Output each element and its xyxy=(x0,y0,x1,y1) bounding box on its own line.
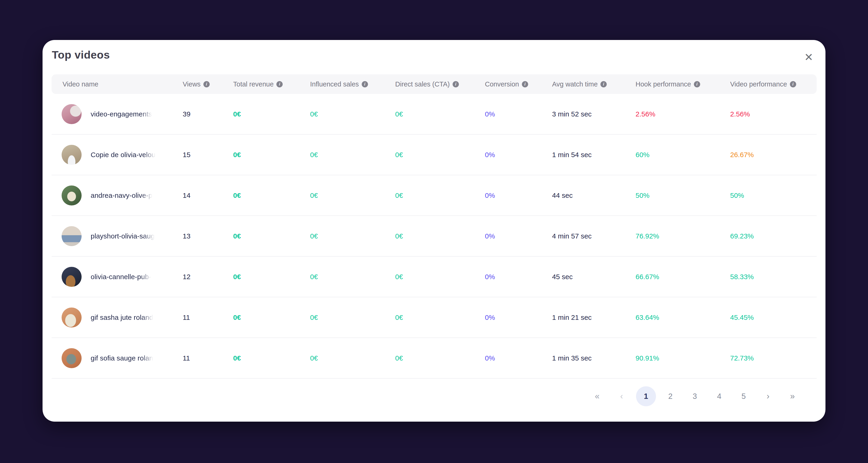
info-icon[interactable]: i xyxy=(453,81,459,87)
video-name-cell: andrea-navy-olive-p xyxy=(52,185,183,206)
info-icon[interactable]: i xyxy=(362,81,368,87)
views-cell: 13 xyxy=(183,232,233,240)
video-thumbnail xyxy=(62,348,82,368)
pagination-next-button[interactable]: › xyxy=(758,386,778,406)
video-performance-cell: 2.56% xyxy=(730,110,817,118)
video-name-cell: playshort-olivia-saug xyxy=(52,226,183,246)
views-cell: 11 xyxy=(183,354,233,362)
total-revenue-cell: 0€ xyxy=(233,232,310,240)
views-cell: 39 xyxy=(183,110,233,118)
direct-sales-cell: 0€ xyxy=(395,354,485,362)
avg-watch-time-cell: 3 min 52 sec xyxy=(552,110,636,118)
video-name-cell: video-engagements xyxy=(52,104,183,124)
column-header-avg-watch-time: Avg watch time i xyxy=(552,81,636,88)
avg-watch-time-cell: 1 min 35 sec xyxy=(552,354,636,362)
hook-performance-cell: 60% xyxy=(636,151,730,159)
views-cell: 11 xyxy=(183,313,233,321)
modal-title: Top videos xyxy=(52,48,110,61)
table-row[interactable]: olivia-cannelle-pub- 12 0€ 0€ 0€ 0% 45 s… xyxy=(52,256,817,297)
video-thumbnail xyxy=(62,308,82,328)
direct-sales-cell: 0€ xyxy=(395,151,485,159)
column-header-hook-performance: Hook performance i xyxy=(636,81,730,88)
video-performance-cell: 69.23% xyxy=(730,232,817,240)
column-label: Total revenue xyxy=(233,81,274,88)
total-revenue-cell: 0€ xyxy=(233,191,310,199)
pagination: « ‹ 1 2 3 4 5 › » xyxy=(587,386,802,406)
column-label: Hook performance xyxy=(636,81,691,88)
views-cell: 12 xyxy=(183,273,233,281)
pagination-page-4[interactable]: 4 xyxy=(709,386,729,406)
info-icon[interactable]: i xyxy=(276,81,283,87)
influenced-sales-cell: 0€ xyxy=(310,232,395,240)
column-label: Direct sales (CTA) xyxy=(395,81,450,88)
close-icon: ✕ xyxy=(804,51,813,63)
video-thumbnail xyxy=(62,267,82,287)
total-revenue-cell: 0€ xyxy=(233,354,310,362)
hook-performance-cell: 66.67% xyxy=(636,273,730,281)
video-performance-cell: 72.73% xyxy=(730,354,817,362)
column-label: Influenced sales xyxy=(310,81,359,88)
table-header-row: Video name Views i Total revenue i Influ… xyxy=(52,74,817,94)
influenced-sales-cell: 0€ xyxy=(310,151,395,159)
close-button[interactable]: ✕ xyxy=(801,50,816,65)
views-cell: 15 xyxy=(183,151,233,159)
hook-performance-cell: 50% xyxy=(636,191,730,199)
table-row[interactable]: gif sofia sauge rolan 11 0€ 0€ 0€ 0% 1 m… xyxy=(52,338,817,379)
total-revenue-cell: 0€ xyxy=(233,313,310,321)
table-row[interactable]: andrea-navy-olive-p 14 0€ 0€ 0€ 0% 44 se… xyxy=(52,175,817,216)
hook-performance-cell: 90.91% xyxy=(636,354,730,362)
conversion-cell: 0% xyxy=(485,110,552,118)
direct-sales-cell: 0€ xyxy=(395,232,485,240)
video-performance-cell: 50% xyxy=(730,191,817,199)
column-header-views: Views i xyxy=(183,81,233,88)
video-name: gif sofia sauge rolan xyxy=(91,354,153,362)
table-row[interactable]: playshort-olivia-saug 13 0€ 0€ 0€ 0% 4 m… xyxy=(52,216,817,256)
video-name: playshort-olivia-saug xyxy=(91,232,155,240)
video-name: olivia-cannelle-pub- xyxy=(91,273,151,281)
conversion-cell: 0% xyxy=(485,313,552,321)
conversion-cell: 0% xyxy=(485,354,552,362)
column-header-conversion: Conversion i xyxy=(485,81,552,88)
column-label: Conversion xyxy=(485,81,519,88)
column-label: Video performance xyxy=(730,81,787,88)
pagination-page-3[interactable]: 3 xyxy=(685,386,705,406)
influenced-sales-cell: 0€ xyxy=(310,110,395,118)
pagination-page-5[interactable]: 5 xyxy=(734,386,754,406)
conversion-cell: 0% xyxy=(485,232,552,240)
influenced-sales-cell: 0€ xyxy=(310,273,395,281)
video-thumbnail xyxy=(62,185,82,206)
video-thumbnail xyxy=(62,104,82,124)
info-icon[interactable]: i xyxy=(790,81,796,87)
column-label: Avg watch time xyxy=(552,81,598,88)
info-icon[interactable]: i xyxy=(204,81,210,87)
table-row[interactable]: gif sasha jute roland 11 0€ 0€ 0€ 0% 1 m… xyxy=(52,297,817,338)
video-thumbnail xyxy=(62,145,82,165)
video-name-cell: gif sofia sauge rolan xyxy=(52,348,183,368)
direct-sales-cell: 0€ xyxy=(395,313,485,321)
pagination-first-button[interactable]: « xyxy=(587,386,607,406)
info-icon[interactable]: i xyxy=(694,81,700,87)
conversion-cell: 0% xyxy=(485,151,552,159)
table-body: video-engagements 39 0€ 0€ 0€ 0% 3 min 5… xyxy=(52,94,817,379)
direct-sales-cell: 0€ xyxy=(395,110,485,118)
table-row[interactable]: video-engagements 39 0€ 0€ 0€ 0% 3 min 5… xyxy=(52,94,817,134)
column-header-direct-sales: Direct sales (CTA) i xyxy=(395,81,485,88)
video-name: video-engagements xyxy=(91,110,152,118)
pagination-page-1[interactable]: 1 xyxy=(636,386,656,406)
video-name-cell: gif sasha jute roland xyxy=(52,308,183,328)
conversion-cell: 0% xyxy=(485,191,552,199)
column-label: Views xyxy=(183,81,200,88)
pagination-last-button[interactable]: » xyxy=(782,386,802,406)
pagination-page-2[interactable]: 2 xyxy=(660,386,680,406)
info-icon[interactable]: i xyxy=(522,81,528,87)
table-row[interactable]: Copie de olivia-velou 15 0€ 0€ 0€ 0% 1 m… xyxy=(52,134,817,175)
influenced-sales-cell: 0€ xyxy=(310,354,395,362)
column-header-total-revenue: Total revenue i xyxy=(233,81,310,88)
video-performance-cell: 58.33% xyxy=(730,273,817,281)
total-revenue-cell: 0€ xyxy=(233,151,310,159)
pagination-prev-button[interactable]: ‹ xyxy=(612,386,631,406)
column-label: Video name xyxy=(63,81,98,88)
avg-watch-time-cell: 45 sec xyxy=(552,273,636,281)
conversion-cell: 0% xyxy=(485,273,552,281)
info-icon[interactable]: i xyxy=(600,81,607,87)
